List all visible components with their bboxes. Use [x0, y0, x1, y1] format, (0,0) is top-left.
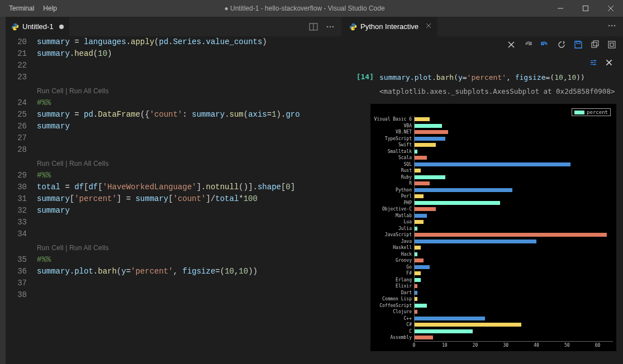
more-actions-icon[interactable] — [326, 22, 335, 31]
chart-category-label: Erlang — [373, 277, 414, 282]
code-line[interactable]: 34 — [6, 228, 341, 240]
chart-bar — [415, 233, 607, 237]
chart-bar-row: Groovy — [373, 257, 613, 264]
code-line[interactable]: 20summary = languages.apply(pd.Series.va… — [6, 36, 341, 48]
chart-bar-row: PHP — [373, 200, 613, 207]
chart-category-label: Dart — [373, 290, 414, 295]
chart-bar — [415, 317, 485, 320]
menu-terminal[interactable]: Terminal — [4, 0, 39, 17]
chart-tick-label: 40 — [534, 343, 539, 348]
svg-point-7 — [330, 26, 331, 27]
cell-close-icon[interactable] — [605, 59, 613, 68]
line-content: #%% — [37, 97, 341, 109]
chart-bar — [415, 130, 448, 134]
restart-icon[interactable] — [557, 40, 566, 49]
code-line[interactable]: 27 — [6, 132, 341, 144]
chart-bar-row: Erlang — [373, 277, 613, 284]
svg-rect-18 — [593, 41, 598, 46]
chart-bar-row: SQL — [373, 161, 613, 168]
editor-tab-label: Untitled-1 — [22, 22, 54, 31]
code-line[interactable]: 30total = df[df['HaveWorkedLanguage'].no… — [6, 181, 341, 193]
chart-bar-row: JavaScript — [373, 232, 613, 238]
line-number: 36 — [6, 266, 37, 277]
cell-settings-icon[interactable] — [589, 59, 597, 68]
undo-icon[interactable] — [540, 40, 549, 49]
chart-bar-row: Elixir — [373, 283, 613, 290]
code-line[interactable]: 31summary['percent'] = summary['count']/… — [6, 193, 341, 205]
chart-bar-row: Swift — [373, 142, 613, 149]
chart-category-label: Assembly — [373, 335, 414, 340]
code-editor[interactable]: 20summary = languages.apply(pd.Series.va… — [6, 36, 341, 364]
line-content — [37, 60, 341, 71]
chart-bar — [415, 291, 417, 295]
line-number: 38 — [6, 289, 37, 301]
code-line[interactable]: 33 — [6, 217, 341, 228]
chart-category-label: Haskell — [373, 245, 414, 250]
line-number: 34 — [6, 228, 37, 240]
chart-bar-row: Visual Basic 6 — [373, 116, 613, 123]
editor-tab-untitled[interactable]: Untitled-1 — [6, 17, 70, 36]
chart-bar-row: Hack — [373, 251, 613, 258]
more-actions-icon[interactable] — [607, 23, 616, 32]
chart-bar-row: Matlab — [373, 213, 613, 219]
codelens[interactable]: Run Cell | Run All Cells — [6, 85, 341, 97]
chart-bar-row: Ruby — [373, 174, 613, 181]
menu-help[interactable]: Help — [39, 0, 61, 17]
code-line[interactable]: 29#%% — [6, 170, 341, 181]
export-icon[interactable] — [591, 40, 600, 49]
chart-category-label: Rust — [373, 168, 414, 173]
chart-bar-row: Clojure — [373, 309, 613, 315]
expand-icon[interactable] — [607, 40, 616, 49]
redo-icon[interactable] — [524, 40, 532, 49]
chart-output: percent Visual Basic 6VBAVB.NETTypeScrip… — [370, 104, 616, 351]
chart-category-label: TypeScript — [373, 136, 414, 141]
chart-legend: percent — [572, 108, 611, 116]
chart-category-label: Python — [373, 188, 414, 193]
cancel-icon[interactable] — [507, 40, 516, 49]
chart-bar — [415, 310, 417, 314]
chart-bar — [415, 252, 417, 256]
code-line[interactable]: 37 — [6, 277, 341, 289]
code-line[interactable]: 36summary.plot.barh(y='percent', figsize… — [6, 266, 341, 277]
code-line[interactable]: 38 — [6, 289, 341, 301]
chart-category-label: PHP — [373, 200, 414, 205]
title-bar: Terminal Help ● Untitled-1 - hello-stack… — [0, 0, 623, 17]
maximize-button[interactable] — [573, 0, 598, 17]
line-content: summary['percent'] = summary['count']/to… — [37, 193, 341, 205]
line-number: 30 — [6, 181, 37, 193]
chart-category-label: Julia — [373, 226, 414, 231]
codelens[interactable]: Run Cell | Run All Cells — [6, 242, 341, 254]
code-line[interactable]: 24#%% — [6, 97, 341, 109]
chart-tick-label: 30 — [503, 343, 508, 348]
line-content — [37, 144, 341, 156]
close-button[interactable] — [598, 0, 623, 17]
minimize-button[interactable] — [548, 0, 573, 17]
chart-bar — [415, 201, 500, 205]
chart-bar-row: VB.NET — [373, 129, 613, 136]
chart-category-label: C — [373, 329, 414, 334]
code-line[interactable]: 25summary = pd.DataFrame({'count': summa… — [6, 109, 341, 121]
chart-bar-row: Go — [373, 264, 613, 271]
close-tab-icon[interactable] — [425, 22, 432, 31]
chart-tick-label: 20 — [473, 343, 478, 348]
chart-bar-row: Smalltalk — [373, 149, 613, 155]
code-line[interactable]: 21summary.head(10) — [6, 48, 341, 60]
code-line[interactable]: 22 — [6, 60, 341, 71]
chart-bar — [415, 175, 445, 179]
line-number: 33 — [6, 217, 37, 228]
code-line[interactable]: 32summary — [6, 205, 341, 217]
code-line[interactable]: 26summary — [6, 121, 341, 132]
chart-category-label: Scala — [373, 155, 414, 160]
save-icon[interactable] — [574, 40, 583, 49]
dirty-indicator-icon — [59, 25, 64, 29]
cell-code: summary.plot.barh(y='percent', figsize=(… — [379, 73, 617, 83]
codelens[interactable]: Run Cell | Run All Cells — [6, 158, 341, 170]
code-line[interactable]: 28 — [6, 144, 341, 156]
interactive-tab[interactable]: Python Interactive — [344, 17, 437, 36]
line-content: summary.head(10) — [37, 48, 341, 60]
code-line[interactable]: 35#%% — [6, 254, 341, 266]
chart-bar — [415, 143, 436, 147]
code-line[interactable]: 23 — [6, 71, 341, 83]
split-editor-icon[interactable] — [309, 22, 318, 31]
chart-bar — [415, 246, 421, 250]
